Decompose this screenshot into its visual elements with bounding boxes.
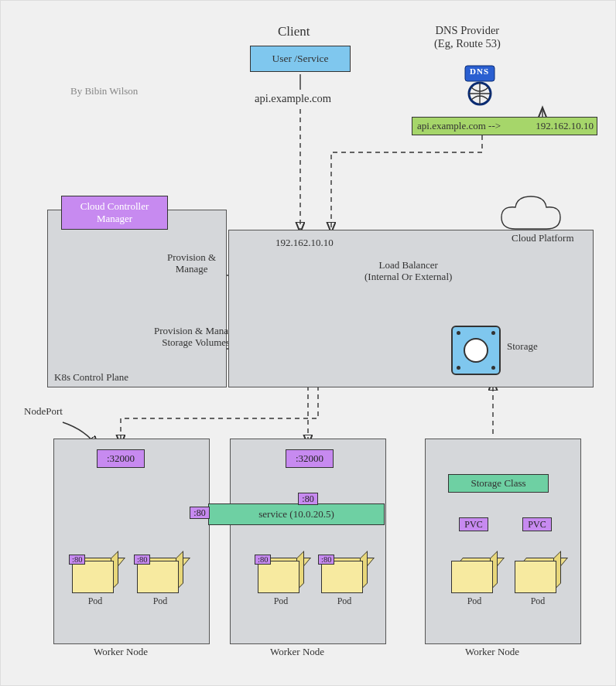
ccm-label: Cloud Controller Manager bbox=[80, 200, 149, 225]
pod-4-label: Pod bbox=[321, 596, 368, 607]
credits: By Bibin Wilson bbox=[70, 86, 138, 97]
nodeport-1: :32000 bbox=[97, 449, 145, 468]
svg-point-13 bbox=[469, 83, 491, 104]
pvc-1: PVC bbox=[459, 517, 488, 531]
storage-label: Storage bbox=[507, 341, 538, 353]
user-service-box: User /Service bbox=[250, 46, 351, 72]
pod-2-label: Pod bbox=[137, 596, 183, 607]
lb-label: Load Balancer (Internal Or External) bbox=[364, 260, 452, 283]
nodeport-2: :32000 bbox=[286, 449, 334, 468]
worker-node-3 bbox=[425, 439, 581, 644]
dns-ip: 192.162.10.10 bbox=[536, 120, 597, 132]
cloud-panel bbox=[228, 230, 594, 387]
worker-node-1 bbox=[53, 439, 210, 644]
worker-1-label: Worker Node bbox=[94, 647, 148, 658]
provision-manage-storage: Provision & Manage Storage Volumes bbox=[154, 326, 238, 349]
pod-3: :80 Pod bbox=[258, 558, 304, 607]
dns-record: api.example.com --> bbox=[417, 120, 501, 132]
storage-class-box: Storage Class bbox=[448, 474, 549, 493]
cloud-platform-label: Cloud Platform bbox=[512, 233, 574, 244]
nodeport-2-value: :32000 bbox=[296, 452, 323, 465]
pod-3-port: :80 bbox=[255, 555, 271, 565]
service-port-top: :80 bbox=[298, 493, 318, 505]
pod-2: :80 Pod bbox=[137, 558, 183, 607]
control-plane-label: K8s Control Plane bbox=[54, 371, 128, 384]
service-port-left: :80 bbox=[190, 507, 210, 519]
dns-badge: DNS bbox=[470, 67, 489, 77]
worker-3-label: Worker Node bbox=[465, 647, 519, 658]
lb-ip: 192.162.10.10 bbox=[275, 237, 334, 249]
cloud-icon bbox=[501, 196, 560, 229]
pvc-2: PVC bbox=[522, 517, 552, 531]
control-plane-panel: K8s Control Plane bbox=[47, 210, 227, 387]
pod-2-port: :80 bbox=[134, 555, 150, 565]
pvc-2-label: PVC bbox=[528, 519, 546, 531]
pvc-1-label: PVC bbox=[464, 519, 482, 531]
pod-6-label: Pod bbox=[515, 596, 561, 607]
diagram-canvas: { "credits": "By Bibin Wilson", "client"… bbox=[0, 0, 616, 686]
service-port-left-value: :80 bbox=[193, 507, 205, 519]
service-port-top-value: :80 bbox=[302, 493, 313, 505]
pod-5-label: Pod bbox=[451, 596, 498, 607]
dns-title: DNS Provider (Eg, Route 53) bbox=[434, 24, 501, 49]
pod-5: Pod bbox=[451, 558, 498, 607]
provision-manage-lb: Provision & Manage bbox=[167, 252, 216, 275]
user-service-label: User /Service bbox=[272, 53, 328, 65]
dns-record-box: api.example.com --> 192.162.10.10 bbox=[412, 117, 597, 135]
pod-6: Pod bbox=[515, 558, 561, 607]
pod-1-label: Pod bbox=[72, 596, 118, 607]
ccm-box: Cloud Controller Manager bbox=[61, 196, 168, 230]
nodeport-1-value: :32000 bbox=[107, 452, 135, 465]
client-domain: api.example.com bbox=[255, 92, 331, 105]
worker-node-2 bbox=[230, 439, 386, 644]
storage-device-icon bbox=[451, 326, 501, 375]
pod-4: :80 Pod bbox=[321, 558, 368, 607]
service-box: service (10.0.20.5) bbox=[208, 503, 385, 525]
storage-class-label: Storage Class bbox=[471, 477, 525, 490]
nodeport-label: NodePort bbox=[24, 406, 63, 418]
service-label: service (10.0.20.5) bbox=[258, 508, 334, 520]
client-title: Client bbox=[278, 24, 310, 39]
pod-3-label: Pod bbox=[258, 596, 304, 607]
pod-4-port: :80 bbox=[318, 555, 334, 565]
pod-1-port: :80 bbox=[69, 555, 85, 565]
worker-2-label: Worker Node bbox=[270, 647, 324, 658]
pod-1: :80 Pod bbox=[72, 558, 118, 607]
